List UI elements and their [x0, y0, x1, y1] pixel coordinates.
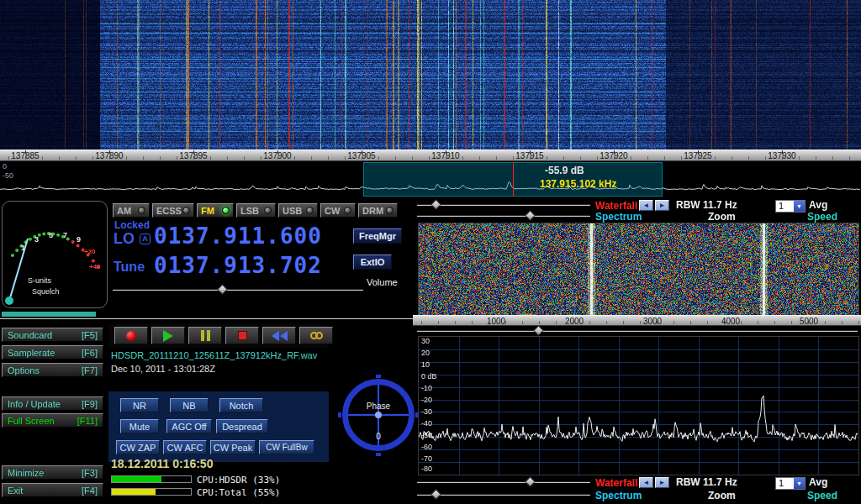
mode-drm-button[interactable]: DRM	[358, 203, 398, 218]
zoom-dropdown-bottom[interactable]: 1▼	[775, 477, 806, 490]
mode-cw-button[interactable]: CW	[320, 203, 356, 218]
tune-marker-line	[513, 162, 514, 197]
locked-label: Locked	[114, 219, 150, 231]
phase-dial[interactable]: Phase 0	[342, 379, 415, 451]
samplerate-hotkey: [F6]	[82, 348, 98, 358]
volume-slider-thumb[interactable]	[217, 284, 228, 295]
tune-frequency-digits[interactable]: 0137.913.702	[154, 253, 322, 278]
dropdown-arrow-icon[interactable]: ▼	[794, 201, 805, 212]
options-button[interactable]: Options[F7]	[2, 363, 103, 377]
zoom-value: 1	[776, 478, 794, 489]
main-waterfall-display[interactable]	[0, 0, 861, 150]
rbw-decrease-button[interactable]: ◄	[639, 200, 653, 211]
record-icon	[126, 331, 136, 341]
nb-button[interactable]: NB	[170, 398, 209, 412]
rbw-decrease-button-bottom[interactable]: ◄	[639, 477, 653, 488]
mode-am-button[interactable]: AM	[113, 203, 150, 218]
play-button[interactable]	[151, 327, 185, 344]
rewind-icon	[271, 331, 288, 341]
nr-label: NR	[133, 401, 146, 411]
full-screen-button[interactable]: Full Screen[F11]	[2, 413, 103, 428]
audio-freq-tick: 1000	[487, 317, 505, 326]
cw-peak-button[interactable]: CW Peak	[210, 440, 256, 454]
phase-tick-icon	[338, 412, 341, 417]
stop-icon	[238, 331, 247, 340]
smeter-tick-label: 3	[34, 235, 39, 244]
mode-drm-label: DRM	[362, 206, 383, 216]
frequency-scale[interactable]: 137885 137890 137895 137900 137905 13791…	[0, 150, 861, 161]
exit-hotkey: [F4]	[82, 486, 98, 496]
mode-lsb-button[interactable]: LSB	[236, 203, 276, 218]
agc-off-label: AGC Off	[172, 422, 206, 432]
audio-freq-tick: 3000	[643, 317, 662, 326]
loop-button[interactable]	[299, 327, 333, 344]
mode-am-label: AM	[117, 206, 131, 216]
db-scale-label: 10	[421, 360, 430, 369]
mode-ecss-led-icon	[182, 207, 190, 214]
cw-afc-button[interactable]: CW AFC	[163, 440, 207, 454]
waterfall-contrast-thumb-bottom[interactable]	[525, 476, 536, 487]
lo-frequency-digits[interactable]: 0137.911.600	[154, 223, 322, 249]
cw-peak-label: CW Peak	[214, 443, 252, 453]
audio-tune-thumb[interactable]	[533, 325, 544, 336]
freq-tick-label: 137930	[768, 151, 795, 160]
db-scale-label: -50	[421, 431, 432, 439]
spectrum-gain-thumb-bottom[interactable]	[430, 489, 441, 500]
spectrum-gain-thumb[interactable]	[525, 210, 536, 221]
mode-lsb-led-icon	[264, 207, 272, 214]
stop-button[interactable]	[225, 327, 259, 344]
spectrum-gain-slider-bottom[interactable]	[417, 490, 590, 500]
rbw-increase-button-bottom[interactable]: ►	[655, 477, 669, 488]
audio-tune-slider[interactable]	[417, 326, 858, 336]
record-button[interactable]	[114, 327, 148, 344]
audio-spectrum-display[interactable]	[418, 336, 859, 475]
audio-frequency-scale[interactable]: 1000 2000 3000 4000 5000	[413, 315, 861, 326]
mode-fm-led-icon	[222, 207, 230, 214]
db-scale-label: -10	[421, 384, 432, 392]
audio-freq-tick: 5000	[800, 317, 818, 326]
audio-waterfall-display[interactable]	[418, 223, 859, 316]
lo-lock-badge[interactable]: A	[140, 234, 151, 244]
mode-fm-button[interactable]: FM	[197, 203, 234, 218]
notch-button[interactable]: Notch	[219, 398, 263, 412]
volume-slider[interactable]	[113, 285, 363, 295]
spectrum-label-bottom: Spectrum	[595, 490, 642, 501]
waterfall-contrast-slider[interactable]	[417, 200, 590, 210]
mode-cw-led-icon	[344, 207, 351, 214]
mode-ecss-button[interactable]: ECSS	[152, 203, 194, 218]
dropdown-arrow-icon[interactable]: ▼	[794, 478, 805, 489]
despread-button[interactable]: Despread	[216, 419, 268, 433]
arrow-left-icon: ◄	[643, 202, 650, 209]
phase-label: Phase	[348, 402, 409, 411]
signal-level-bar	[2, 312, 96, 317]
spectrum-gain-slider[interactable]	[417, 211, 590, 221]
minimize-button[interactable]: Minimize[F3]	[2, 465, 103, 480]
samplerate-button[interactable]: Samplerate[F6]	[2, 345, 103, 360]
freq-tick-label: 137885	[11, 151, 39, 160]
waterfall-label-bottom: Waterfall	[595, 477, 637, 489]
slider-track	[417, 494, 590, 496]
cw-zap-button[interactable]: CW ZAP	[116, 440, 160, 454]
soundcard-button[interactable]: Soundcard[F5]	[2, 328, 103, 342]
mute-button[interactable]: Mute	[120, 419, 159, 433]
freq-tick-label: 137895	[179, 151, 207, 160]
pause-button[interactable]	[188, 327, 222, 344]
cw-fullbw-button[interactable]: CW FullBw	[259, 440, 314, 454]
zoom-dropdown-top[interactable]: 1▼	[775, 200, 806, 213]
cw-zap-label: CW ZAP	[120, 443, 156, 453]
avg-label-top: Avg	[809, 199, 827, 211]
agc-off-button[interactable]: AGC Off	[166, 419, 212, 433]
cursor-db-readout: -55.9 dB	[545, 165, 584, 176]
rbw-increase-button[interactable]: ►	[655, 200, 669, 211]
waterfall-contrast-thumb[interactable]	[430, 199, 441, 210]
mode-usb-button[interactable]: USB	[278, 203, 318, 218]
exit-button[interactable]: Exit[F4]	[2, 483, 103, 497]
freqmgr-button[interactable]: FreqMgr	[353, 228, 402, 244]
nr-button[interactable]: NR	[120, 398, 159, 412]
rbw-label-top: RBW 11.7 Hz	[676, 199, 737, 211]
rewind-button[interactable]	[262, 327, 296, 344]
info-update-button[interactable]: Info / Update[F9]	[2, 396, 103, 411]
waterfall-contrast-slider-bottom[interactable]	[417, 477, 590, 487]
db-scale-label: -20	[421, 396, 432, 404]
extio-button[interactable]: ExtIO	[353, 255, 392, 270]
